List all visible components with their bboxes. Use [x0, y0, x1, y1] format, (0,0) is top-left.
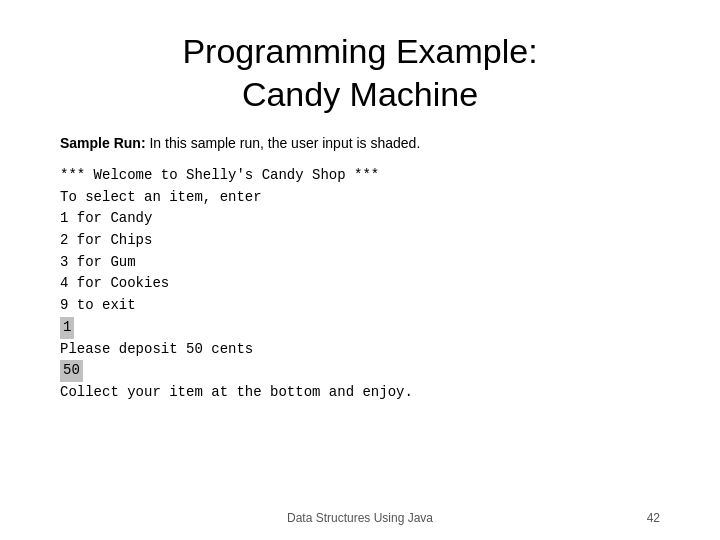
sample-run-bold: Sample Run: [60, 135, 146, 151]
sample-run-desc: In this sample run, the user input is sh… [146, 135, 421, 151]
code-line-5: 4 for Cookies [60, 273, 660, 295]
code-line-4: 3 for Gum [60, 252, 660, 274]
code-block: *** Welcome to Shelly's Candy Shop *** T… [60, 165, 660, 404]
user-input-2: 50 [60, 360, 83, 382]
code-line-2: 1 for Candy [60, 208, 660, 230]
last-line: Collect your item at the bottom and enjo… [60, 382, 660, 404]
title-line1: Programming Example: [182, 32, 537, 70]
sample-run-label: Sample Run: In this sample run, the user… [60, 135, 660, 151]
user-input-2-line: 50 [60, 360, 660, 382]
page-number: 42 [647, 511, 660, 525]
code-line-1: To select an item, enter [60, 187, 660, 209]
code-line-6: 9 to exit [60, 295, 660, 317]
user-input-1-line: 1 [60, 317, 660, 339]
title-line2: Candy Machine [242, 75, 478, 113]
code-line-3: 2 for Chips [60, 230, 660, 252]
slide-title: Programming Example: Candy Machine [60, 30, 660, 115]
footer-text: Data Structures Using Java [287, 511, 433, 525]
slide-container: Programming Example: Candy Machine Sampl… [0, 0, 720, 540]
code-line-0: *** Welcome to Shelly's Candy Shop *** [60, 165, 660, 187]
user-input-1: 1 [60, 317, 74, 339]
footer: Data Structures Using Java [0, 511, 720, 525]
prompt-line: Please deposit 50 cents [60, 339, 660, 361]
title-block: Programming Example: Candy Machine [60, 30, 660, 115]
